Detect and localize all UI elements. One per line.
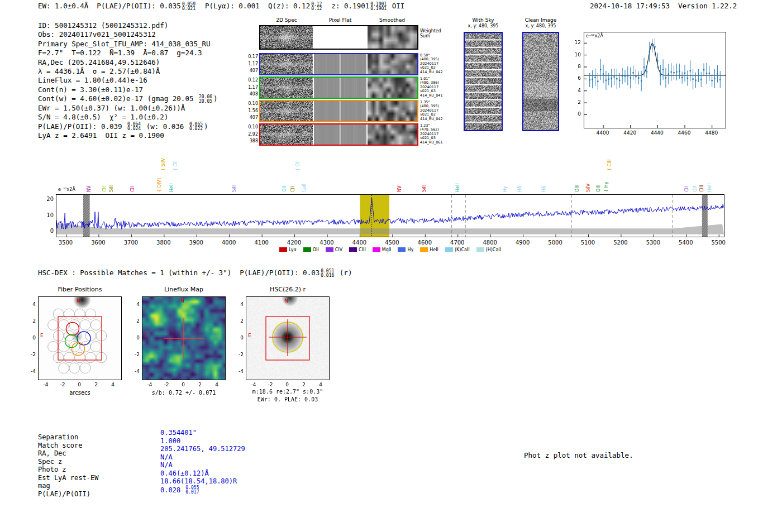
text-segment: z: 0.1901 [323, 2, 369, 10]
emission-line-label: HeII [707, 163, 713, 192]
cutout-row [259, 76, 418, 99]
cutout-left-label-line: 0.17 [244, 54, 258, 61]
emission-line-label: { OII [173, 142, 179, 171]
text-segment: 1.000 [160, 437, 180, 445]
pixelflat-image [314, 54, 366, 74]
emission-line-label: CaII [301, 163, 307, 192]
emission-line-label: OII [282, 163, 288, 192]
fit-canvas [584, 32, 726, 128]
panel-y-tick: 0 [231, 335, 244, 341]
2dspec-image [260, 54, 313, 74]
info-line: S/N = 4.8(±0.5) χ² = 1.0(±0.2) [38, 113, 218, 122]
hsc-dex-line: HSC-DEX : Possible Matches = 1 (within +… [38, 269, 352, 278]
cutout-left-label-line: 407 [244, 114, 258, 122]
legend-swatch [303, 247, 311, 252]
text-segment: 205.241765, 49.512729 [160, 445, 245, 453]
smoothed-image [368, 54, 417, 74]
panel-x-tick: 2 [194, 382, 206, 387]
emission-line-label: CII [684, 163, 690, 192]
emission-line-label: NV [86, 163, 92, 192]
legend-label: (K)CaII [455, 247, 470, 252]
compass-e: E [40, 333, 44, 338]
panel-y-tick: 0 [127, 335, 140, 341]
fit-y-tick: 10 [566, 52, 581, 57]
pixelflat-image [314, 124, 366, 145]
info-line: Primary Spec_Slot_IFU_AMP: 414_038_035_R… [38, 40, 218, 49]
emission-line-label: Hβ [541, 163, 547, 192]
legend-swatch [349, 247, 357, 252]
spectrum-x-tick: 4400 [350, 239, 368, 246]
legend-item: Hγ [398, 247, 413, 252]
stacked-fraction: 0.120.12 [311, 2, 322, 11]
fit-x-tick: 4480 [703, 130, 721, 136]
cutout-right-label-line: 414_RU_041 [420, 94, 454, 98]
panel-x-tick: 2 [298, 382, 309, 387]
spectrum-canvas [56, 195, 724, 237]
panel-y-tick: 2 [231, 318, 244, 324]
cutout-left-label-line: 2.92 [244, 131, 258, 138]
panel-x-tick: 2 [90, 382, 102, 387]
column-header: Smoothed [368, 17, 417, 23]
legend-item: (K)CaII [445, 247, 470, 252]
info-line: F=2.7" T=0.122 N̄=1.39 Ā=0.87 g=24.3 [38, 49, 218, 57]
column-header: 2D Spec [260, 17, 313, 23]
match-value: 1.000 [160, 437, 180, 445]
match-label: Separation [38, 433, 78, 441]
text-segment: N/A [160, 461, 173, 469]
panel-x-tick: -2 [57, 382, 68, 387]
fit-y-tick: 8 [566, 64, 581, 69]
spectrum-x-tick: 3600 [89, 239, 107, 246]
compass-n: N [180, 298, 184, 304]
text-segment: F=2.7" T=0.122 N̄=1.39 Ā=0.87 g=24.3 [38, 49, 202, 57]
spectrum-x-tick: 4000 [220, 239, 238, 246]
cutout-row [259, 123, 418, 146]
full-spectrum-plot [56, 194, 724, 237]
emission-line-label: { OII [295, 142, 301, 171]
text-segment: ) [213, 94, 218, 103]
timestamp: 2024-10-18 17:49:53 Version 1.22.2 [590, 2, 737, 10]
emission-line-label: NV [397, 163, 403, 192]
text-segment: ID: 5001245312 (5001245312.pdf) [38, 21, 168, 30]
emission-line-label: SiII [231, 163, 237, 192]
fit-y-tick: 4 [566, 88, 581, 93]
clean-image-image [523, 33, 558, 130]
fraction-bottom: 0.017 [185, 490, 199, 495]
text-segment: 18.66(18.54,18.80)R [160, 477, 237, 485]
spectrum-y-tick: 10 [41, 212, 54, 218]
2dspec-image [260, 78, 313, 98]
text-segment: Obs: 20240117v021_5001245312 [38, 30, 156, 39]
stacked-fraction: 20.0620.05 [199, 95, 212, 104]
match-label: Match score [38, 442, 82, 449]
legend-label: Lyα [289, 247, 297, 252]
text-segment: Cont(w) = 4.60(±0.02)e-17 (gmag 20.05 [38, 94, 198, 103]
panel-y-tick: -4 [231, 368, 244, 374]
header-line: EW: 1.0±0.4Å P(LAE)/P(OII): 0.0350.0590.… [38, 2, 404, 11]
lineflux-plot: NE [142, 296, 226, 380]
panel-x-tick: 4 [315, 382, 326, 387]
stacked-fraction: 0.0640.024 [127, 122, 141, 131]
legend-label: MgII [382, 247, 392, 252]
spectrum-x-tick: 4100 [252, 239, 270, 246]
panel-y-tick: 0 [23, 335, 36, 341]
legend-label: CIII [359, 247, 366, 252]
panel-y-tick: 4 [127, 301, 140, 307]
cutout-right-label: 1.35"(480, 395)20240117v021_02414_RU_042 [420, 100, 454, 123]
cutout-right-label-line: Weighted [420, 28, 454, 33]
info-line: Cont(w) = 4.60(±0.02)e-17 (gmag 20.05 20… [38, 94, 218, 104]
panel-x-tick: 4 [211, 382, 222, 387]
panel-title-lineflux: Lineflux Map [142, 286, 226, 293]
clean-image-title: Clean Image [518, 17, 564, 23]
text-segment: N/A [160, 453, 173, 461]
cutout-left-label-line: 0.10 [244, 124, 258, 131]
fraction-bottom: 20.05 [199, 99, 212, 104]
compass-n: N [284, 298, 288, 304]
legend-item: Lyα [279, 247, 297, 252]
cutout-left-label: 0.102.92388 [244, 124, 258, 145]
emission-line-label: Hγ [502, 163, 508, 192]
match-value: 0.46(±0.12)Å [160, 469, 209, 477]
lineflux-caption: s/b: 0.72 +/- 0.071 [131, 390, 237, 396]
panel-title-fiber: Fiber Positions [38, 286, 122, 293]
panel-x-tick: -4 [248, 382, 259, 387]
text-segment: HSC-DEX : Possible Matches = 1 (within +… [38, 269, 320, 277]
legend-label: CIV [335, 247, 342, 252]
